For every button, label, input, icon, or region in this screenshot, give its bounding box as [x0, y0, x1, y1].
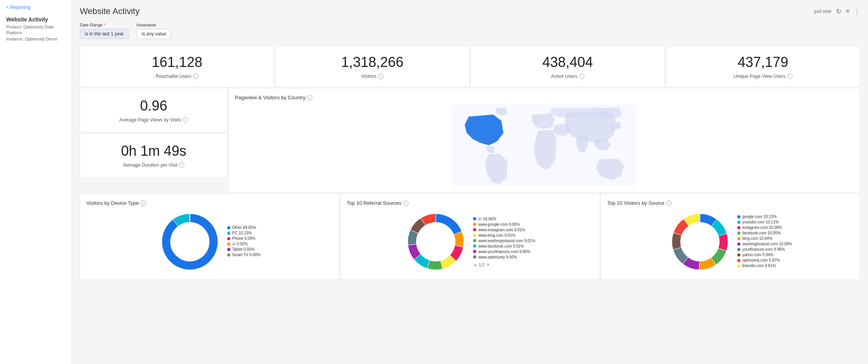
legend-item: instagram.com 10.08% — [737, 225, 792, 230]
legend-label: www.washingtonpost.com 9.01% — [478, 239, 535, 243]
header-actions: just now ↻ ≡ ⋮ — [814, 8, 860, 15]
legend-dot — [473, 234, 476, 237]
middle-section: 0.96 Average Page Views by Visits i 0h 1… — [80, 88, 860, 193]
legend-dot — [737, 215, 740, 218]
legend-label: yahoo.com 9.94% — [742, 253, 773, 257]
legend-dot — [737, 248, 740, 251]
filter-icon[interactable]: ≡ — [846, 8, 849, 15]
metric-card: 0.96 Average Page Views by Visits i — [80, 88, 228, 132]
legend-item: optimizely.com 9.87% — [737, 258, 792, 262]
page-title: Website Activity — [80, 6, 140, 16]
legend-dot — [473, 228, 476, 231]
stat-info-icon[interactable]: i — [193, 74, 198, 79]
legend-label: yourfinances.com 9.96% — [742, 247, 785, 251]
stat-label: Visitors i — [283, 74, 461, 79]
legend-item: linkedin.com 9.81% — [737, 264, 792, 268]
legend-label: linkedin.com 9.81% — [742, 264, 776, 268]
legend: ∅ 18.96% www.google.com 9.06% www.instag… — [473, 217, 535, 259]
donut-chart — [405, 211, 467, 273]
metric-number: 0.96 — [89, 98, 218, 114]
legend-item: youtube.com 10.11% — [737, 220, 792, 224]
metric-info-icon[interactable]: i — [182, 117, 188, 123]
stat-label: Active Users i — [479, 74, 657, 79]
legend-label: Tablet 0.00% — [232, 247, 255, 251]
legend-dot — [737, 253, 740, 257]
legend-dot — [473, 250, 476, 253]
legend: google.com 10.13% youtube.com 10.11% ins… — [737, 215, 792, 268]
metric-info-icon[interactable]: i — [179, 162, 184, 168]
chart-info-icon[interactable]: i — [140, 200, 146, 206]
legend-label: Other 89.65% — [232, 225, 256, 230]
app-layout: < Reporting Website Activity Product: Op… — [0, 0, 868, 364]
chart-title: Top 10 Referral Sources i — [347, 200, 593, 206]
map-container — [235, 104, 854, 186]
donut-chart — [669, 211, 731, 273]
legend-item: www.washingtonpost.com 9.01% — [473, 239, 535, 243]
stat-label: Unique Page View Users i — [674, 74, 852, 79]
stat-label: Reachable Users i — [88, 74, 266, 79]
legend-dot — [473, 255, 476, 258]
prev-page-btn[interactable]: ▲ — [473, 262, 477, 267]
legend-item: bing.com 10.04% — [737, 236, 792, 241]
sidebar: < Reporting Website Activity Product: Op… — [0, 0, 72, 364]
device_chart-card: Visitors by Device Type i Other 89.65% P… — [80, 193, 339, 280]
legend-item: yahoo.com 9.94% — [737, 253, 792, 257]
stat-info-icon[interactable]: i — [579, 74, 584, 79]
date-range-label: Date Range — [80, 23, 129, 27]
more-icon[interactable]: ⋮ — [854, 8, 860, 15]
legend-label: www.bing.com 9.01% — [478, 233, 516, 237]
legend-dot — [737, 226, 740, 229]
legend-label: ∅ 0.02% — [232, 242, 248, 246]
stat-card: 1,318,266 Visitors i — [275, 46, 470, 87]
referral_chart-card: Top 10 Referral Sources i ∅ 18.96% www.g… — [340, 193, 600, 280]
legend-label: Phone 0.09% — [232, 236, 256, 241]
legend-label: bing.com 10.04% — [742, 236, 772, 241]
date-range-filter: Date Range is in the last 1 year — [80, 23, 129, 39]
legend-item: Phone 0.09% — [227, 236, 261, 241]
stat-info-icon[interactable]: i — [787, 74, 793, 79]
stat-number: 1,318,266 — [283, 54, 461, 70]
legend-item: Other 89.65% — [227, 225, 261, 230]
stat-number: 437,179 — [674, 54, 852, 70]
legend-label: facebook.com 10.05% — [742, 231, 781, 235]
stat-card: 437,179 Unique Page View Users i — [666, 46, 860, 87]
legend-item: Tablet 0.00% — [227, 247, 261, 251]
legend-dot — [737, 264, 740, 267]
next-page-btn[interactable]: ▼ — [486, 262, 490, 267]
chart-info-icon[interactable]: i — [403, 200, 409, 206]
legend-label: washingtonpost.com 10.00% — [742, 242, 792, 246]
chart-body: Other 89.65% PC 10.23% Phone 0.09% ∅ 0.0… — [86, 211, 333, 273]
chart-body: google.com 10.13% youtube.com 10.11% ins… — [607, 211, 854, 273]
metric-card: 0h 1m 49s Average Duration per Visit i — [80, 133, 228, 178]
donut-chart — [159, 211, 221, 273]
source_chart-card: Top 10 Visitors by Source i google.com 1… — [601, 193, 860, 280]
stat-number: 438,404 — [479, 54, 657, 70]
legend-label: youtube.com 10.11% — [742, 220, 779, 224]
legend-item: PC 10.23% — [227, 231, 261, 235]
legend-item: ∅ 18.96% — [473, 217, 535, 221]
page-indicator: 1/2 — [479, 262, 484, 267]
date-range-button[interactable]: is in the last 1 year — [80, 29, 129, 39]
legend-label: PC 10.23% — [232, 231, 252, 235]
legend-item: ∅ 0.02% — [227, 242, 261, 246]
legend-dot — [737, 237, 740, 240]
page-header: Website Activity just now ↻ ≡ ⋮ — [80, 6, 860, 16]
hostname-button[interactable]: is any value — [137, 29, 171, 39]
stat-info-icon[interactable]: i — [378, 74, 384, 79]
legend-item: www.optimizely 9.00% — [473, 255, 535, 259]
hostname-label: Hostname — [137, 23, 171, 27]
legend-label: google.com 10.13% — [742, 215, 777, 219]
chart-legend: ∅ 18.96% www.google.com 9.06% www.instag… — [473, 217, 535, 267]
stats-row: 161,128 Reachable Users i 1,318,266 Visi… — [80, 46, 860, 87]
legend-dot — [227, 226, 230, 229]
chart-info-icon[interactable]: i — [666, 200, 672, 206]
chart-legend: Other 89.65% PC 10.23% Phone 0.09% ∅ 0.0… — [227, 225, 261, 258]
legend-dot — [227, 237, 230, 240]
sidebar-instance: Instance: Optimizely Demo — [6, 36, 65, 42]
legend-dot — [473, 239, 476, 242]
map-info-icon[interactable]: i — [307, 95, 312, 100]
refresh-icon[interactable]: ↻ — [836, 8, 841, 15]
back-link[interactable]: < Reporting — [6, 5, 65, 10]
legend: Other 89.65% PC 10.23% Phone 0.09% ∅ 0.0… — [227, 225, 261, 257]
legend-label: optimizely.com 9.87% — [742, 258, 780, 262]
